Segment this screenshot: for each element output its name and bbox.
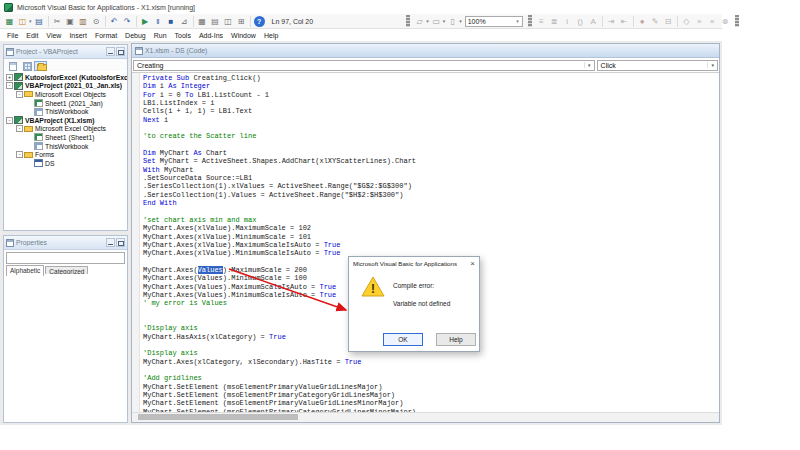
code-line[interactable]: Next i [143,116,719,124]
collapse-icon[interactable]: - [16,125,23,132]
project-explorer-icon[interactable]: ▦ [197,16,208,27]
tree-item-vbaproject-x1-xlsm[interactable]: -VBAProject (X1.xlsm) [4,116,127,125]
tree-item-forms[interactable]: -Forms [4,150,127,159]
properties-minimize-button[interactable] [106,238,115,247]
project-float-button[interactable] [116,47,125,56]
find-icon[interactable]: ⊙ [91,16,102,27]
horizontal-scrollbar[interactable] [132,412,719,422]
menu-format[interactable]: Format [91,32,121,39]
tree-item-thisworkbook[interactable]: ThisWorkbook [4,142,127,151]
cut-icon[interactable]: ✂ [52,16,63,27]
dropdown-button-3[interactable]: ▯ [447,16,458,27]
view-object-button[interactable] [20,61,33,71]
help-button[interactable]: Help [436,333,476,346]
project-minimize-button[interactable] [106,47,115,56]
outdent-icon[interactable]: ⇤ [619,16,630,27]
menu-insert[interactable]: Insert [65,32,91,39]
code-line[interactable]: LB1.ListIndex = i [143,99,719,107]
toggle-bookmark-icon[interactable]: ◇ [681,16,692,27]
project-panel-titlebar[interactable]: Project - VBAProject [4,45,127,59]
code-line[interactable]: Private Sub Creating_Click() [143,74,719,82]
chevron-down-icon[interactable]: ▾ [516,18,519,24]
tree-item-kutoolsforexcel-kutoolsforexcel-xla[interactable]: +KutoolsforExcel (KutoolsforExcel.xla [4,73,127,82]
tree-item-thisworkbook[interactable]: ThisWorkbook [4,107,127,116]
code-line[interactable]: .SeriesCollection(1).xlValues = ActiveSh… [143,182,719,190]
toolbar-grip[interactable] [735,15,739,27]
code-line[interactable]: With MyChart [143,166,719,174]
code-line[interactable]: .SetSourceData Source:=LB1 [143,174,719,182]
insert-userform-icon-caret[interactable]: ▾ [29,18,32,24]
run-icon[interactable]: ▶ [140,16,151,27]
project-tree[interactable]: +KutoolsforExcel (KutoolsforExcel.xla-VB… [4,71,127,230]
code-line[interactable]: End With [143,199,719,207]
collapse-icon[interactable]: - [6,117,13,124]
next-bookmark-icon[interactable]: » [694,16,705,27]
view-code-button[interactable] [6,61,19,71]
code-window-titlebar[interactable]: X1.xlsm - DS (Code) [132,44,719,58]
code-line[interactable] [143,208,719,216]
object-browser-icon[interactable]: ◫ [223,16,234,27]
menu-help[interactable]: Help [260,32,282,39]
indent-icon[interactable]: ⇥ [606,16,617,27]
zoom-combo[interactable]: 100%▾ [465,16,523,27]
tab-alphabetic[interactable]: Alphabetic [6,265,44,276]
clear-bookmarks-icon[interactable]: ⊗ [720,16,731,27]
tree-item-vbaproject-2021-01-jan-xls[interactable]: -VBAProject (2021_01_Jan.xls) [4,82,127,91]
tree-item-microsoft-excel-objects[interactable]: -Microsoft Excel Objects [4,90,127,99]
code-line[interactable] [143,366,719,374]
properties-list[interactable] [4,274,127,422]
margin-indicator-bar[interactable] [132,73,140,413]
menu-run[interactable]: Run [150,32,171,39]
paste-icon[interactable]: ▥ [78,16,89,27]
toolbar-grip[interactable] [406,15,410,27]
tree-item-sheet1-2021-jan[interactable]: Sheet1 (2021_Jan) [4,99,127,108]
properties-window-icon[interactable]: ▤ [210,16,221,27]
list-properties-icon[interactable]: ≡ [536,16,547,27]
parameter-info-icon[interactable]: () [575,16,586,27]
tree-item-microsoft-excel-objects[interactable]: -Microsoft Excel Objects [4,125,127,134]
dropdown-button-1-caret[interactable]: ▾ [426,18,429,24]
properties-panel-titlebar[interactable]: Properties [4,236,127,250]
code-line[interactable]: Set MyChart = ActiveSheet.Shapes.AddChar… [143,157,719,165]
code-line[interactable] [143,124,719,132]
menu-file[interactable]: File [3,32,22,39]
code-line[interactable]: 'to create the Scatter line [143,132,719,140]
insert-userform-icon[interactable]: ◫ [17,16,28,27]
dropdown-button-2-caret[interactable]: ▾ [443,18,446,24]
comment-block-icon[interactable]: ✎ [650,16,661,27]
code-line[interactable]: MyChart.Axes(xlValue).MaximumScale = 102 [143,224,719,232]
properties-object-combo[interactable] [6,252,125,264]
menu-debug[interactable]: Debug [121,32,150,39]
menu-tools[interactable]: Tools [171,32,195,39]
menu-view[interactable]: View [42,32,65,39]
complete-word-icon[interactable]: A [588,16,599,27]
toggle-breakpoint-icon[interactable]: ● [637,16,648,27]
collapse-icon[interactable]: - [6,82,13,89]
scrollbar-thumb[interactable] [138,414,298,420]
tree-item-ds[interactable]: DS [4,159,127,168]
code-line[interactable]: Cells(i + 1, 1) = LB1.Text [143,107,719,115]
collapse-icon[interactable]: - [16,151,23,158]
code-line[interactable]: MyChart.SetElement (msoElementPrimaryCat… [143,391,719,399]
code-editor[interactable]: Private Sub Creating_Click()Dim i As Int… [132,73,719,413]
code-line[interactable]: MyChart.Axes(xlValue).MinimumScale = 101 [143,233,719,241]
undo-icon[interactable]: ↶ [109,16,120,27]
procedure-dropdown[interactable]: Click ▾ [597,60,718,71]
dropdown-button-2[interactable]: ▭ [431,16,442,27]
code-line[interactable]: Dim MyChart As Chart [143,149,719,157]
toggle-folders-button[interactable] [34,61,47,71]
properties-float-button[interactable] [116,238,125,247]
toolbox-icon[interactable]: ⊞ [236,16,247,27]
menu-window[interactable]: Window [227,32,260,39]
collapse-icon[interactable]: - [16,91,23,98]
previous-bookmark-icon[interactable]: « [707,16,718,27]
menu-edit[interactable]: Edit [22,32,42,39]
close-icon[interactable]: × [468,259,475,269]
list-constants-icon[interactable]: ≣ [549,16,560,27]
quick-info-icon[interactable]: i [562,16,573,27]
break-icon[interactable]: ‖ [153,16,164,27]
code-line[interactable]: 'Add gridlines [143,374,719,382]
save-icon[interactable]: ▤ [34,16,45,27]
ok-button[interactable]: OK [383,333,423,346]
dropdown-button-3-caret[interactable]: ▾ [459,18,462,24]
